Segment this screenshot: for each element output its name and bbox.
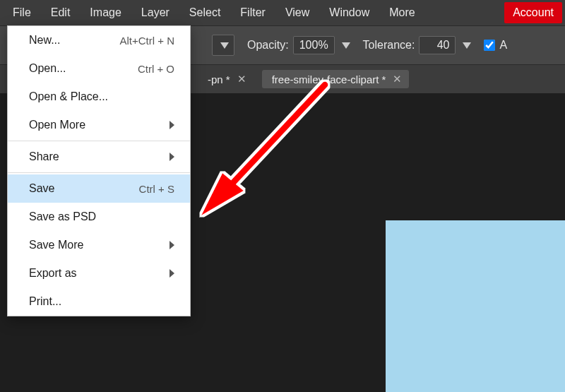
chevron-down-icon (220, 42, 229, 49)
menu-view[interactable]: View (275, 0, 319, 25)
menu-image[interactable]: Image (80, 0, 131, 25)
menu-edit[interactable]: Edit (41, 0, 81, 25)
menu-print[interactable]: Print... (8, 287, 190, 316)
menu-item-label: Open... (29, 62, 66, 75)
menu-item-label: Export as (29, 267, 77, 280)
menu-separator (8, 141, 190, 141)
menu-window[interactable]: Window (319, 0, 379, 25)
menu-more[interactable]: More (379, 0, 424, 25)
opacity-label: Opacity: (247, 39, 289, 52)
menu-select[interactable]: Select (179, 0, 230, 25)
menu-export-as[interactable]: Export as (8, 259, 190, 287)
menu-layer[interactable]: Layer (131, 0, 179, 25)
chevron-down-icon[interactable] (463, 42, 471, 49)
tab-label: -pn * (208, 73, 230, 85)
menu-open[interactable]: Open... Ctrl + O (8, 54, 190, 83)
chevron-right-icon (170, 241, 174, 249)
menu-item-shortcut: Alt+Ctrl + N (119, 35, 174, 47)
menubar: File Edit Image Layer Select Filter View… (0, 0, 565, 25)
file-menu-dropdown: New... Alt+Ctrl + N Open... Ctrl + O Ope… (7, 25, 191, 316)
tab-label: free-smiley-face-clipart * (272, 73, 386, 85)
menu-save-as-psd[interactable]: Save as PSD (8, 203, 190, 231)
menu-item-label: Open & Place... (29, 90, 108, 103)
menu-separator (8, 172, 190, 173)
anti-alias-checkbox[interactable] (484, 40, 495, 51)
menu-item-label: Share (29, 150, 59, 163)
opacity-value[interactable]: 100% (293, 36, 335, 54)
menu-share[interactable]: Share (8, 143, 190, 171)
document-tab[interactable]: free-smiley-face-clipart * ✕ (262, 70, 410, 88)
tolerance-value[interactable]: 40 (419, 36, 456, 54)
chevron-down-icon[interactable] (342, 42, 350, 49)
menu-new[interactable]: New... Alt+Ctrl + N (8, 26, 190, 54)
account-button[interactable]: Account (504, 2, 562, 23)
chevron-right-icon (170, 269, 174, 278)
menu-item-label: Save as PSD (29, 210, 96, 223)
menu-filter[interactable]: Filter (230, 0, 275, 25)
menu-item-label: Save More (29, 239, 83, 251)
menu-item-label: New... (29, 34, 60, 47)
menu-open-and-place[interactable]: Open & Place... (8, 83, 190, 111)
close-icon[interactable]: ✕ (393, 73, 402, 85)
menu-open-more[interactable]: Open More (8, 111, 190, 139)
anti-alias-label: A (499, 39, 507, 52)
menu-item-label: Save (29, 182, 54, 195)
menu-item-label: Print... (29, 295, 61, 308)
close-icon[interactable]: ✕ (237, 73, 246, 85)
menu-file[interactable]: File (3, 0, 41, 25)
artboard[interactable] (386, 220, 565, 392)
menu-item-shortcut: Ctrl + O (138, 63, 174, 75)
blend-mode-select[interactable] (212, 35, 234, 56)
document-tab[interactable]: -pn * ✕ (198, 70, 254, 88)
chevron-right-icon (170, 153, 174, 161)
menu-item-shortcut: Ctrl + S (139, 183, 174, 195)
menu-save[interactable]: Save Ctrl + S (8, 174, 190, 203)
menu-item-label: Open More (29, 119, 85, 131)
chevron-right-icon (170, 121, 174, 129)
tolerance-label: Tolerance: (363, 39, 415, 52)
menu-save-more[interactable]: Save More (8, 231, 190, 259)
